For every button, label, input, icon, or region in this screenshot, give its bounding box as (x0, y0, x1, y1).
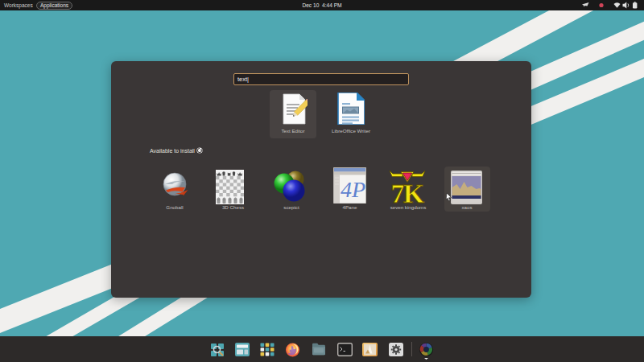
svg-text:4P: 4P (341, 177, 365, 202)
svg-text:K: K (403, 179, 425, 205)
